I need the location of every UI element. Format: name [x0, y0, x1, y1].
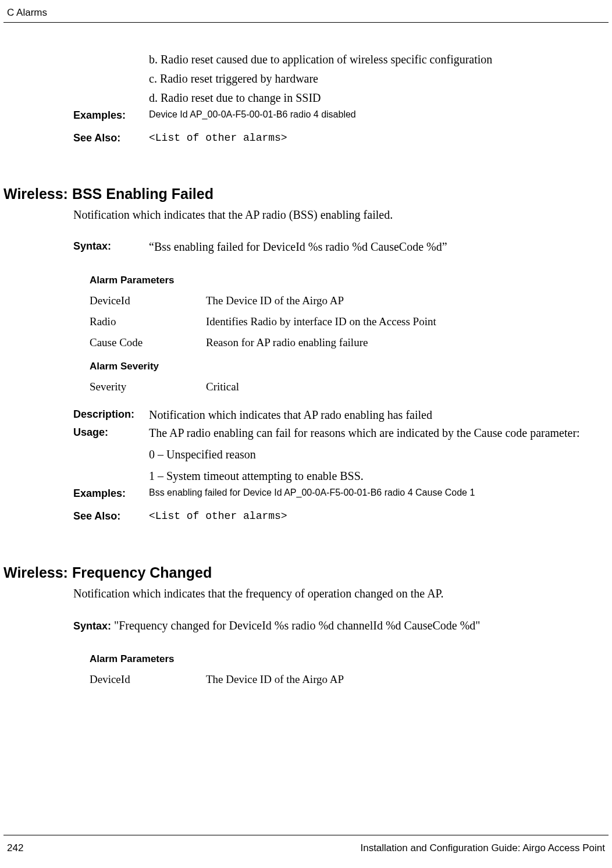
- heading-bss-enabling-failed: Wireless: BSS Enabling Failed: [3, 186, 609, 202]
- severity-name: Severity: [90, 380, 206, 393]
- see-also-value: <List of other alarms>: [149, 131, 602, 145]
- frag-line-d: d. Radio reset due to change in SSID: [149, 90, 602, 106]
- usage-line: The AP radio enabling can fail for reaso…: [149, 425, 602, 441]
- param-desc: Identifies Radio by interface ID on the …: [206, 315, 602, 328]
- frag-line-b: b. Radio reset caused due to application…: [149, 52, 602, 67]
- syntax-label: Syntax:: [73, 239, 149, 252]
- alarm-parameters-heading: Alarm Parameters: [90, 653, 602, 665]
- page-number: 242: [7, 842, 23, 854]
- description-value: Notification which indicates that AP rad…: [149, 407, 602, 423]
- header-left: C Alarms: [7, 7, 47, 19]
- param-desc: Reason for AP radio enabling failure: [206, 336, 602, 349]
- table-row: DeviceId The Device ID of the Airgo AP: [90, 673, 602, 686]
- param-name: Radio: [90, 315, 206, 328]
- see-also-label: See Also:: [73, 509, 149, 522]
- param-desc: The Device ID of the Airgo AP: [206, 294, 602, 307]
- heading-frequency-changed: Wireless: Frequency Changed: [3, 564, 609, 581]
- alarm-parameters-table: Alarm Parameters DeviceId The Device ID …: [90, 653, 602, 686]
- table-row: Cause Code Reason for AP radio enabling …: [90, 336, 602, 349]
- table-row: Radio Identifies Radio by interface ID o…: [90, 315, 602, 328]
- param-name: DeviceId: [90, 673, 206, 686]
- table-row: DeviceId The Device ID of the Airgo AP: [90, 294, 602, 307]
- description-label: Description:: [73, 407, 149, 421]
- param-name: Cause Code: [90, 336, 206, 349]
- syntax-value: “Bss enabling failed for DeviceId %s rad…: [149, 239, 602, 255]
- syntax-value: "Frequency changed for DeviceId %s radio…: [114, 619, 480, 632]
- running-header: C Alarms: [3, 0, 609, 23]
- param-desc: The Device ID of the Airgo AP: [206, 673, 602, 686]
- frag-line-c: c. Radio reset triggered by hardware: [149, 71, 602, 87]
- syntax-label: Syntax:: [73, 620, 114, 632]
- alarm-parameters-heading: Alarm Parameters: [90, 275, 602, 286]
- examples-value: Bss enabling failed for Device Id AP_00-…: [149, 486, 602, 499]
- footer-title: Installation and Configuration Guide: Ai…: [360, 842, 605, 854]
- table-row: Severity Critical: [90, 380, 602, 393]
- usage-label: Usage:: [73, 425, 149, 439]
- examples-value: Device Id AP_00-0A-F5-00-01-B6 radio 4 d…: [149, 108, 602, 121]
- alarm-severity-heading: Alarm Severity: [90, 361, 602, 372]
- section2-intro: Notification which indicates that the fr…: [73, 586, 602, 602]
- section1-intro: Notification which indicates that the AP…: [73, 207, 602, 223]
- alarm-parameters-table: Alarm Parameters DeviceId The Device ID …: [90, 275, 602, 393]
- param-name: DeviceId: [90, 294, 206, 307]
- see-also-value: <List of other alarms>: [149, 509, 602, 523]
- usage-line: 0 – Unspecified reason: [149, 447, 602, 463]
- running-footer: 242 Installation and Configuration Guide…: [3, 835, 609, 858]
- usage-line: 1 – System timeout attempting to enable …: [149, 468, 602, 484]
- examples-label: Examples:: [73, 108, 149, 122]
- severity-desc: Critical: [206, 380, 602, 393]
- examples-label: Examples:: [73, 486, 149, 500]
- see-also-label: See Also:: [73, 131, 149, 144]
